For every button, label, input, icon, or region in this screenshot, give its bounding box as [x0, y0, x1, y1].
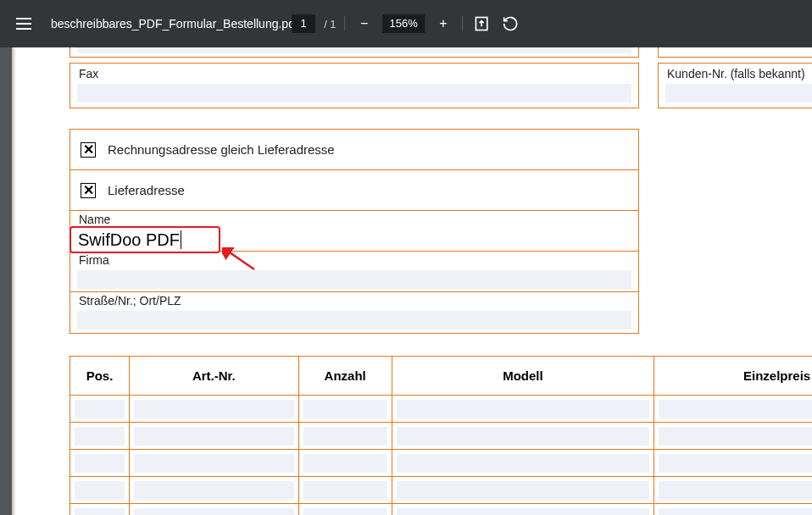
th-anzahl: Anzahl	[298, 357, 392, 396]
cell-input[interactable]	[75, 508, 125, 516]
table-row	[70, 396, 813, 423]
table-row	[70, 450, 813, 477]
th-modell: Modell	[392, 357, 654, 396]
cell-input[interactable]	[134, 508, 294, 516]
table-header-row: Pos. Art.-Nr. Anzahl Modell Einzelpreis	[70, 357, 813, 396]
table-row	[70, 477, 813, 504]
cell-input[interactable]	[134, 454, 294, 473]
pdf-page: Fax Kunden-Nr. (falls bekannt) ✕ Rechnun…	[12, 47, 812, 515]
table-row	[70, 423, 813, 450]
menu-icon[interactable]	[7, 7, 41, 41]
cell-input[interactable]	[303, 454, 387, 473]
cell-input[interactable]	[659, 427, 812, 446]
cell-input[interactable]	[303, 400, 387, 418]
checkbox-row-delivery: ✕ Lieferadresse	[70, 170, 638, 211]
checkbox-delivery[interactable]: ✕	[81, 183, 96, 198]
firma-input[interactable]	[77, 270, 631, 289]
fit-page-button[interactable]	[471, 14, 492, 34]
cell-input[interactable]	[397, 400, 650, 418]
checkbox-row-billing: ✕ Rechnungsadresse gleich Lieferadresse	[70, 130, 638, 170]
cell-input[interactable]	[75, 481, 125, 500]
form-row-firma: Firma	[70, 252, 638, 292]
checkbox-billing[interactable]: ✕	[81, 142, 96, 158]
text-caret	[181, 230, 181, 249]
fax-input[interactable]	[77, 84, 631, 102]
page-total-label: / 1	[324, 18, 336, 30]
checkbox-mark: ✕	[83, 184, 94, 197]
pdf-toolbar: beschreibbares_PDF_Formular_Bestellung.p…	[0, 0, 812, 47]
cell-input[interactable]	[397, 454, 650, 473]
strasse-input[interactable]	[77, 311, 631, 329]
form-box-partial-top	[70, 47, 639, 58]
rotate-button[interactable]	[500, 14, 520, 34]
cell-input[interactable]	[134, 427, 294, 446]
cell-input[interactable]	[75, 400, 125, 418]
th-artnr: Art.-Nr.	[129, 357, 298, 396]
firma-label: Firma	[70, 252, 638, 269]
form-box-kundennr: Kunden-Nr. (falls bekannt)	[658, 63, 812, 108]
form-box-fax: Fax	[70, 63, 639, 108]
name-input-active[interactable]: SwifDoo PDF	[70, 226, 220, 253]
checkbox-mark: ✕	[83, 143, 94, 157]
cell-input[interactable]	[659, 508, 812, 516]
table-row	[70, 504, 813, 516]
cell-input[interactable]	[659, 454, 812, 473]
form-box-kundennr-top	[658, 47, 812, 58]
filename-label: beschreibbares_PDF_Formular_Bestellung.p…	[51, 17, 298, 30]
divider	[345, 16, 346, 31]
input-partial[interactable]	[77, 47, 631, 53]
cell-input[interactable]	[75, 454, 125, 473]
cell-input[interactable]	[134, 481, 294, 500]
zoom-level-input[interactable]: 156%	[383, 14, 425, 33]
cell-input[interactable]	[134, 400, 294, 418]
cell-input[interactable]	[303, 481, 387, 500]
cell-input[interactable]	[397, 427, 650, 446]
th-pos: Pos.	[70, 357, 130, 396]
kundennr-input[interactable]	[665, 84, 812, 102]
name-label: Name	[70, 211, 638, 228]
strasse-label: Straße/Nr.; Ort/PLZ	[70, 292, 638, 309]
cell-input[interactable]	[303, 427, 387, 446]
cell-input[interactable]	[303, 508, 387, 516]
cell-input[interactable]	[397, 481, 650, 500]
checkbox-delivery-label: Lieferadresse	[108, 183, 185, 197]
zoom-in-button[interactable]: +	[433, 14, 453, 34]
name-input-value: SwifDoo PDF	[78, 230, 180, 250]
order-table: Pos. Art.-Nr. Anzahl Modell Einzelpreis	[70, 356, 812, 515]
zoom-out-button[interactable]: −	[354, 14, 375, 34]
fax-label: Fax	[70, 64, 638, 82]
divider	[462, 16, 463, 31]
cell-input[interactable]	[659, 400, 812, 418]
pdf-viewer[interactable]: Fax Kunden-Nr. (falls bekannt) ✕ Rechnun…	[0, 47, 812, 515]
cell-input[interactable]	[75, 427, 125, 446]
page-current-input[interactable]: 1	[292, 14, 315, 33]
checkbox-billing-label: Rechnungsadresse gleich Lieferadresse	[108, 142, 335, 157]
th-einzelpreis: Einzelpreis	[654, 357, 812, 396]
kundennr-label: Kunden-Nr. (falls bekannt)	[659, 64, 812, 82]
form-row-strasse: Straße/Nr.; Ort/PLZ	[70, 292, 638, 333]
cell-input[interactable]	[397, 508, 650, 516]
toolbar-center: 1 / 1 − 156% +	[292, 14, 520, 34]
cell-input[interactable]	[659, 481, 812, 500]
